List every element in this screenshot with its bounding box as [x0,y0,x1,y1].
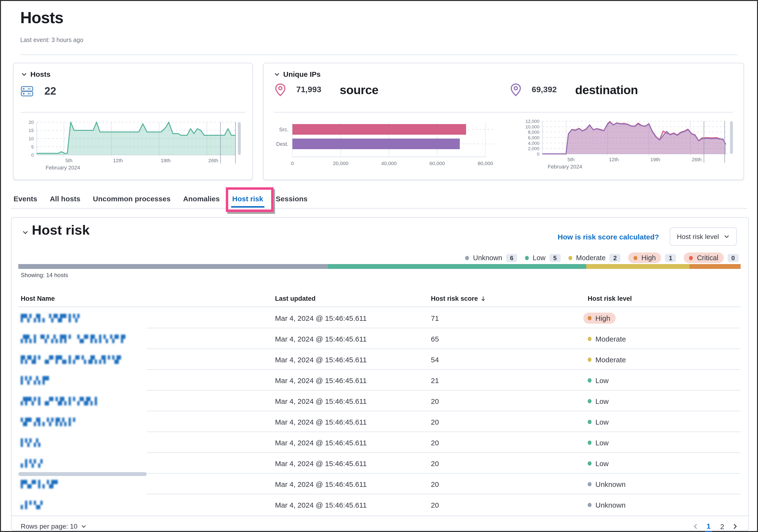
next-page-button[interactable] [733,523,738,530]
column-header-host-name[interactable]: Host Name [21,295,55,302]
card-divider [21,112,245,113]
legend-item-critical: Critical 0 [684,253,739,263]
svg-text:20,000: 20,000 [333,160,348,166]
risk-level-dot-icon [588,378,592,382]
risk-score-cell: 20 [431,480,439,488]
high-pill: High [583,312,616,323]
tab-events[interactable]: Events [13,191,38,208]
risk-level-cell: Moderate [588,335,626,343]
tab-uncommon-processes[interactable]: Uncommon processes [92,191,172,208]
risk-level-cell: Low [588,376,609,384]
count-badge: 2 [609,254,620,262]
destination-ips-stat: 69,392 destination [508,83,638,97]
risk-score-cell: 20 [431,501,439,509]
svg-text:10: 10 [29,136,34,141]
risk-score-cell: 20 [431,438,439,446]
table-row: ▛▚▞▘▌▖▚▛▘ Mar 4, 2024 @ 15:46:45.611 20 … [12,474,748,494]
risk-level-dot-icon [588,357,592,362]
table-row: ▞▛▖▌▝▚▘▞▖▛▌▘ ▚▞▘▛▖▌▚▝▞▘▛ Mar 4, 2024 @ 1… [12,328,748,349]
svg-text:0: 0 [537,152,539,157]
chevron-down-icon [274,71,280,77]
table-footer-divider [12,515,748,516]
hosts-card: Hosts 22 051015205th12th19th26thFebruary… [13,63,253,180]
host-name-link-redacted[interactable]: ▖▌▚▘▞ [21,459,43,468]
column-header-host-risk-score[interactable]: Host risk score [431,295,486,302]
previous-page-button[interactable] [693,523,699,530]
host-name-link-redacted[interactable]: ▛▚▞▘▌▖▚▛▘ [21,479,60,488]
low-dot-icon [525,256,529,260]
host-name-column-scrollbar[interactable] [18,472,147,476]
page-1-button[interactable]: 1 [705,521,712,532]
host-name-link-redacted[interactable]: ▌▚▘▞▖▛▘ [21,376,51,384]
chevron-down-icon [81,523,86,529]
high-pill: High [629,253,661,263]
hosts-area-chart: 051015205th12th19th26thFebruary 2024 [19,118,246,174]
svg-text:80,000: 80,000 [478,160,493,166]
svg-text:60,000: 60,000 [430,160,445,166]
host-name-link-redacted[interactable]: ▚▛▘▞▌▖▚▘▛▞▖▌▘ [21,417,78,426]
count-badge: 5 [549,254,561,262]
risk-level-cell: High [588,312,616,323]
svg-text:0: 0 [31,153,34,158]
svg-text:5th: 5th [568,157,574,162]
svg-text:12th: 12th [113,158,123,163]
unknown-dot-icon [465,256,469,260]
table-row: ▞▛▚▘▌▗▞▘▚▛▖▌▘▞▚▛▖▌ Mar 4, 2024 @ 15:46:4… [12,391,748,411]
hosts-card-header[interactable]: Hosts [21,70,51,78]
host-name-link-redacted[interactable]: ▞▛▚▘▌▗▞▘▚▛▖▌▘▞▚▛▖▌ [21,397,99,405]
tab-all-hosts[interactable]: All hosts [49,191,81,208]
table-row: ▖▌▘▚▞ Mar 4, 2024 @ 15:46:45.611 20 Unkn… [12,494,748,515]
host-name-link-redacted[interactable]: ▛▚▘▞▌▖▝▞▚▛▘▌▚▘ [21,313,82,322]
risk-score-cell: 20 [431,459,439,467]
unique-ips-bar-chart: 020,00040,00060,00080,000Src.Dest. [270,117,501,173]
svg-text:5: 5 [31,144,34,149]
unique-ips-card-title: Unique IPs [283,70,321,78]
tab-host-risk[interactable]: Host risk [231,191,264,208]
svg-text:Src.: Src. [279,126,289,132]
tab-sessions[interactable]: Sessions [275,191,309,208]
source-ips-count: 71,993 [296,85,321,95]
svg-text:8,000: 8,000 [528,130,539,135]
hosts-tabs: Events All hosts Uncommon processes Anom… [13,191,309,208]
column-header-host-risk-level[interactable]: Host risk level [588,295,632,302]
svg-text:February 2024: February 2024 [548,164,582,170]
host-risk-heading: Host risk [32,223,90,238]
svg-text:2,000: 2,000 [528,146,539,151]
count-badge: 1 [665,254,676,262]
host-name-link-redacted[interactable]: ▖▌▘▚▞ [21,500,43,509]
risk-level-dot-icon [588,316,592,320]
svg-text:19th: 19th [161,158,171,163]
host-risk-level-filter-button[interactable]: Host risk level [670,228,737,246]
header-divider [20,54,738,55]
risk-level-cell: Low [588,397,609,405]
legend-item-high: High 1 [629,253,676,263]
critical-pill: Critical [684,253,724,263]
svg-text:6,000: 6,000 [528,135,539,140]
sort-descending-icon [480,296,486,301]
risk-score-help-link[interactable]: How is risk score calculated? [558,232,659,241]
risk-score-cell: 65 [431,335,439,343]
chevron-down-icon[interactable] [22,229,28,235]
distribution-segment-low [328,264,586,269]
last-event-text: Last event: 3 hours ago [20,37,83,44]
hosts-page: Hosts Last event: 3 hours ago Hosts 22 0… [0,0,758,532]
host-name-link-redacted[interactable]: ▛▞▚▌▘▗▞▘▛▚▖▌▞▘▚▗▛▖▞▌▘▚▛ [21,355,121,364]
svg-text:20: 20 [29,120,34,125]
table-row: ▌▚▘▞▖ Mar 4, 2024 @ 15:46:45.611 20 Low [12,432,748,453]
risk-level-dot-icon [588,419,592,424]
map-pin-icon [273,83,288,97]
host-name-link-redacted[interactable]: ▌▚▘▞▖ [21,438,43,447]
risk-level-dot-icon [588,461,592,465]
tab-anomalies[interactable]: Anomalies [182,191,221,208]
host-risk-table: ▛▚▘▞▌▖▝▞▚▛▘▌▚▘ Mar 4, 2024 @ 15:46:45.61… [12,307,748,515]
page-2-button[interactable]: 2 [719,521,726,532]
last-updated-cell: Mar 4, 2024 @ 15:46:45.611 [275,335,367,343]
rows-per-page-button[interactable]: Rows per page: 10 [21,522,86,530]
table-row: ▛▚▘▞▌▖▝▞▚▛▘▌▚▘ Mar 4, 2024 @ 15:46:45.61… [12,307,748,328]
risk-level-dot-icon [588,399,592,403]
last-updated-cell: Mar 4, 2024 @ 15:46:45.611 [275,397,367,405]
column-header-last-updated[interactable]: Last updated [275,295,316,302]
host-name-link-redacted[interactable]: ▞▛▖▌▝▚▘▞▖▛▌▘ ▚▞▘▛▖▌▚▝▞▘▛ [21,334,125,343]
unique-ips-card-header[interactable]: Unique IPs [274,70,321,78]
card-divider [274,112,733,113]
